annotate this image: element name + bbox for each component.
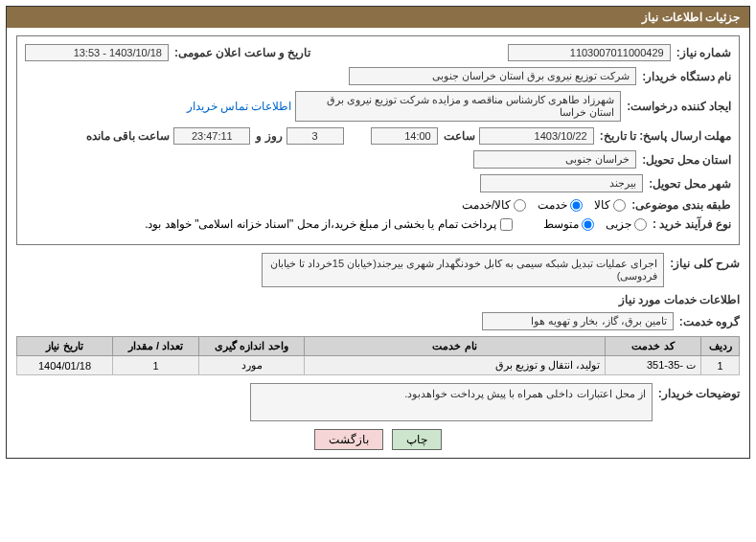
need-desc-label: شرح کلی نیاز:	[670, 257, 740, 270]
requester-label: ایجاد کننده درخواست:	[627, 100, 731, 113]
purchase-type-radio-group: جزیی متوسط	[543, 217, 647, 231]
remain-time-label: ساعت باقی مانده	[86, 129, 171, 143]
main-fieldset: شماره نیاز: 1103007011000429 تاریخ و ساع…	[16, 35, 740, 245]
buyer-notes-value: از محل اعتبارات داخلی همراه با پیش پرداخ…	[250, 383, 653, 421]
service-group-value: تامین برق، گاز، بخار و تهویه هوا	[482, 312, 674, 330]
cell-service-code: ت -35-351	[606, 356, 701, 375]
category-goods-service-option[interactable]: کالا/خدمت	[462, 198, 526, 212]
announce-date-label: تاریخ و ساعت اعلان عمومی:	[174, 46, 310, 59]
purchase-type-medium-option[interactable]: متوسط	[543, 217, 594, 231]
requester-value: شهرزاد طاهری کارشناس مناقصه و مزایده شرک…	[295, 91, 621, 122]
purchase-type-small-option[interactable]: جزیی	[606, 217, 647, 231]
cell-row: 1	[701, 356, 740, 375]
services-table: ردیف کد خدمت نام خدمت واحد اندازه گیری ت…	[16, 336, 740, 375]
buyer-org-label: نام دستگاه خریدار:	[642, 70, 731, 83]
service-group-label: گروه خدمت:	[679, 315, 740, 328]
remain-days-value: 3	[286, 127, 344, 145]
col-qty: تعداد / مقدار	[113, 337, 199, 356]
col-service-name: نام خدمت	[305, 337, 606, 356]
remain-time-value: 23:47:11	[173, 127, 250, 145]
delivery-city-value: بیرجند	[480, 174, 643, 192]
cell-need-date: 1404/01/18	[17, 356, 113, 375]
table-row: 1 ت -35-351 تولید، انتقال و توزیع برق مو…	[17, 356, 740, 375]
remain-days-label: روز و	[256, 129, 282, 143]
deadline-time-label: ساعت	[444, 129, 475, 143]
col-service-code: کد خدمت	[606, 337, 701, 356]
cell-unit: مورد	[199, 356, 305, 375]
need-number-value: 1103007011000429	[508, 44, 671, 61]
delivery-city-label: شهر محل تحویل:	[649, 177, 731, 191]
buyer-contact-link[interactable]: اطلاعات تماس خریدار	[187, 100, 292, 113]
deadline-time-value: 14:00	[371, 127, 438, 145]
col-need-date: تاریخ نیاز	[17, 337, 113, 356]
category-label: طبقه بندی موضوعی:	[631, 198, 731, 212]
services-info-title: اطلاعات خدمات مورد نیاز	[16, 293, 740, 306]
category-service-option[interactable]: خدمت	[538, 198, 583, 212]
details-panel: جزئیات اطلاعات نیاز شماره نیاز: 11030070…	[6, 6, 750, 459]
col-row: ردیف	[701, 337, 740, 356]
print-button[interactable]: چاپ	[392, 429, 442, 450]
panel-title: جزئیات اطلاعات نیاز	[7, 7, 749, 28]
cell-qty: 1	[113, 356, 199, 375]
deadline-label: مهلت ارسال پاسخ: تا تاریخ:	[600, 129, 731, 143]
category-goods-option[interactable]: کالا	[594, 198, 626, 212]
deadline-date-value: 1403/10/22	[479, 127, 594, 145]
need-number-label: شماره نیاز:	[676, 46, 731, 59]
purchase-type-label: نوع فرآیند خرید :	[653, 217, 731, 231]
cell-service-name: تولید، انتقال و توزیع برق	[305, 356, 606, 375]
payment-note-checkbox[interactable]: پرداخت تمام یا بخشی از مبلغ خرید،از محل …	[145, 217, 513, 231]
category-radio-group: کالا خدمت کالا/خدمت	[462, 198, 626, 212]
buyer-notes-label: توضیحات خریدار:	[658, 387, 740, 400]
back-button[interactable]: بازگشت	[314, 429, 383, 450]
col-unit: واحد اندازه گیری	[199, 337, 305, 356]
announce-date-value: 1403/10/18 - 13:53	[25, 44, 169, 61]
delivery-province-value: خراسان جنوبی	[473, 150, 636, 169]
buyer-org-value: شرکت توزیع نیروی برق استان خراسان جنوبی	[349, 67, 636, 85]
need-desc-value: اجرای عملیات تبدیل شبکه سیمی به کابل خود…	[262, 253, 664, 287]
delivery-province-label: استان محل تحویل:	[642, 153, 731, 167]
